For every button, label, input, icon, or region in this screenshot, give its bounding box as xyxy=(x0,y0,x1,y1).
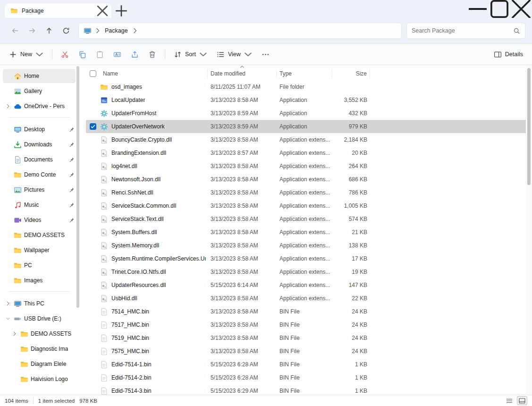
sidebar-item-demo-assets[interactable]: DEMO ASSETS xyxy=(3,327,76,341)
sidebar-item-pc[interactable]: PC xyxy=(3,258,76,272)
file-row[interactable]: UpdaterResources.dll5/15/2023 6:14 AMApp… xyxy=(86,279,532,292)
file-list-scrollbar-thumb[interactable] xyxy=(527,68,531,185)
sidebar-item-demo-assets[interactable]: DEMO ASSETS xyxy=(3,228,76,242)
column-header-size[interactable]: Size xyxy=(332,69,370,78)
dll-file-icon xyxy=(100,281,108,289)
sidebar-item-documents[interactable]: Documents xyxy=(3,152,76,167)
file-list-scrollbar[interactable] xyxy=(526,65,532,395)
expander-spacer xyxy=(5,156,11,163)
file-row[interactable]: Newtonsoft.Json.dll3/13/2023 8:58 AMAppl… xyxy=(86,173,532,186)
expander-chevron-right-icon[interactable] xyxy=(5,103,11,110)
up-button[interactable] xyxy=(41,23,58,39)
row-checkbox-spacer xyxy=(86,146,100,160)
file-row[interactable]: 7514_HMC.bin3/13/2023 8:58 AMBIN File24 … xyxy=(86,305,532,318)
file-name: 7575_HMC.bin xyxy=(111,348,149,355)
sidebar-item-pictures[interactable]: Pictures xyxy=(3,183,76,197)
column-header-type[interactable]: Type xyxy=(277,69,332,78)
details-pane-button[interactable]: Details xyxy=(490,46,527,62)
file-row[interactable]: BouncyCastle.Crypto.dll3/13/2023 8:58 AM… xyxy=(86,133,532,146)
thumbnails-view-toggle[interactable] xyxy=(517,396,527,405)
rename-button[interactable] xyxy=(109,46,126,62)
sidebar-item-haivision-logo[interactable]: Haivision Logo xyxy=(3,372,76,386)
select-all-checkbox[interactable] xyxy=(90,70,96,77)
file-row[interactable]: BrandingExtension.dll3/13/2023 8:57 AMAp… xyxy=(86,146,532,160)
details-view-toggle[interactable] xyxy=(504,396,515,405)
file-size: 17 KB xyxy=(332,255,370,262)
file-row[interactable]: System.Memory.dll3/13/2023 8:58 AMApplic… xyxy=(86,239,532,252)
sidebar-scrollbar-thumb[interactable] xyxy=(76,66,79,308)
address-bar[interactable]: Package xyxy=(78,23,402,39)
minimize-button[interactable] xyxy=(467,0,489,18)
refresh-button[interactable] xyxy=(58,23,75,39)
row-checkbox[interactable] xyxy=(90,123,96,130)
file-type: BIN File xyxy=(277,348,332,355)
breadcrumb-package[interactable]: Package xyxy=(104,27,129,34)
file-row[interactable]: Trinet.Core.IO.Ntfs.dll3/13/2023 8:58 AM… xyxy=(86,265,532,279)
sidebar-item-downloads[interactable]: Downloads xyxy=(3,137,76,152)
file-row[interactable]: UpdaterFromHost3/13/2023 8:59 AMApplicat… xyxy=(86,107,532,120)
sidebar-item-this-pc[interactable]: This PC xyxy=(3,296,76,311)
sidebar-scrollbar[interactable] xyxy=(76,66,80,392)
file-row[interactable]: osd_images8/11/2025 11:07 AMFile folder xyxy=(86,80,532,93)
close-button[interactable] xyxy=(510,0,532,18)
sidebar-item-music[interactable]: Music xyxy=(3,198,76,212)
forward-button[interactable] xyxy=(24,23,41,39)
sidebar-item-demo-conte[interactable]: Demo Conte xyxy=(3,168,76,182)
tab-package[interactable]: Package xyxy=(5,3,111,18)
file-size: 786 KB xyxy=(332,189,370,196)
file-row[interactable]: 7517_HMC.bin3/13/2023 8:58 AMBIN File24 … xyxy=(86,318,532,331)
sidebar-item-images[interactable]: Images xyxy=(3,273,76,288)
file-row[interactable]: Edid-7514-3.bin5/15/2023 6:29 AMBIN File… xyxy=(86,384,532,395)
file-name-cell: Edid-7514-3.bin xyxy=(100,387,208,395)
file-row[interactable]: 7575_HMC.bin3/13/2023 8:58 AMBIN File24 … xyxy=(86,345,532,358)
file-row[interactable]: Edid-7514-1.bin5/15/2023 6:28 AMBIN File… xyxy=(86,358,532,371)
sidebar-item-gallery[interactable]: Gallery xyxy=(3,84,76,98)
view-button[interactable]: View xyxy=(212,46,256,62)
file-row[interactable]: log4net.dll3/13/2023 8:58 AMApplication … xyxy=(86,160,532,173)
more-options-button[interactable] xyxy=(257,46,274,62)
sort-ascending-icon xyxy=(240,66,245,68)
delete-button[interactable] xyxy=(144,46,160,62)
sidebar-item-diagnostic-ima[interactable]: Diagnostic Ima xyxy=(3,342,76,356)
chevron-right-icon[interactable] xyxy=(133,28,137,34)
cut-button[interactable] xyxy=(57,46,73,62)
sidebar-item-desktop[interactable]: Desktop xyxy=(3,122,76,136)
file-row[interactable]: 7519_HMC.bin3/13/2023 8:58 AMBIN File24 … xyxy=(86,331,532,345)
file-row[interactable]: ServiceStack.Common.dll3/13/2023 8:58 AM… xyxy=(86,199,532,212)
copy-button[interactable] xyxy=(74,46,91,62)
sort-button[interactable]: Sort xyxy=(169,46,211,62)
expander-spacer xyxy=(5,171,11,178)
file-row[interactable]: Edid-7514-2.bin5/15/2023 6:28 AMBIN File… xyxy=(86,371,532,384)
paste-button[interactable] xyxy=(92,46,108,62)
file-row[interactable]: ServiceStack.Text.dll3/13/2023 8:58 AMAp… xyxy=(86,212,532,226)
file-row[interactable]: LocalUpdater3/13/2023 8:58 AMApplication… xyxy=(86,93,532,107)
new-tab-button[interactable] xyxy=(114,4,128,18)
sidebar-item-onedrive-pers[interactable]: OneDrive - Pers xyxy=(3,99,76,113)
sidebar-item-usb-drive-e[interactable]: USB Drive (E:) xyxy=(3,312,76,326)
sidebar-item-wallpaper[interactable]: Wallpaper xyxy=(3,243,76,257)
file-row[interactable]: Renci.SshNet.dll3/13/2023 8:58 AMApplica… xyxy=(86,186,532,199)
back-button[interactable] xyxy=(7,23,24,39)
thispc-icon xyxy=(14,300,22,308)
search-input[interactable] xyxy=(412,27,509,34)
expander-chevron-right-icon[interactable] xyxy=(11,330,18,337)
file-type: BIN File xyxy=(277,388,332,394)
maximize-button[interactable] xyxy=(489,0,510,18)
column-header-date-modified[interactable]: Date modified xyxy=(208,69,277,78)
sidebar-item-home[interactable]: Home xyxy=(3,69,76,83)
sidebar-item-diagram-elele[interactable]: Diagram Elele xyxy=(3,357,76,371)
file-name-cell: ServiceStack.Text.dll xyxy=(100,215,208,223)
share-button[interactable] xyxy=(127,46,143,62)
column-header-name[interactable]: Name xyxy=(100,69,208,78)
file-row[interactable]: UsbHid.dll3/13/2023 8:58 AMApplication e… xyxy=(86,292,532,305)
new-button[interactable]: New xyxy=(5,46,48,62)
tab-close-button[interactable] xyxy=(97,6,108,16)
chevron-right-icon[interactable] xyxy=(96,28,100,34)
file-row[interactable]: UpdaterOverNetwork3/13/2023 8:59 AMAppli… xyxy=(86,120,532,133)
file-row[interactable]: System.Runtime.CompilerServices.Un...3/1… xyxy=(86,252,532,265)
expander-chevron-down-icon[interactable] xyxy=(5,315,11,322)
file-row[interactable]: System.Buffers.dll3/13/2023 8:58 AMAppli… xyxy=(86,226,532,239)
row-checkbox-spacer xyxy=(86,305,100,318)
expander-chevron-right-icon[interactable] xyxy=(5,300,11,307)
sidebar-item-videos[interactable]: Videos xyxy=(3,213,76,227)
